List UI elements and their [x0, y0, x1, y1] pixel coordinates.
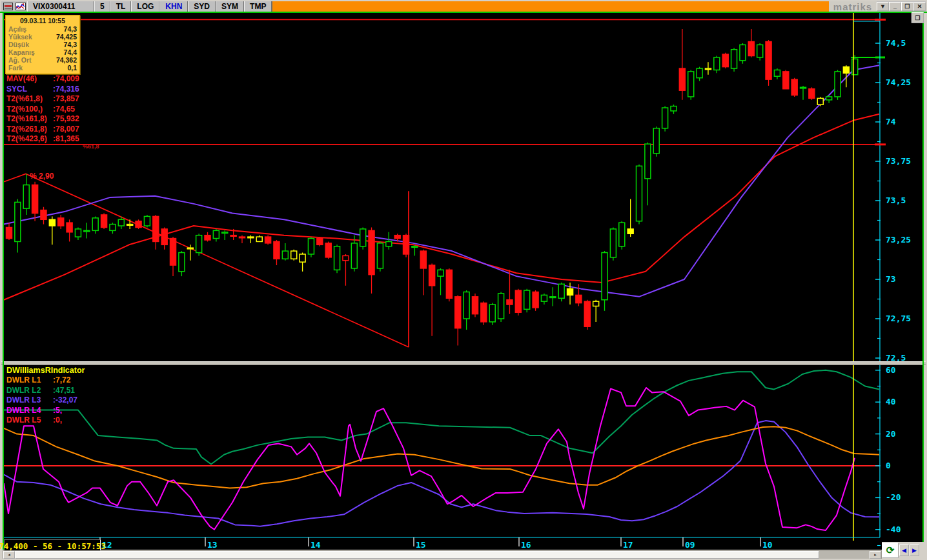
oscillator-tick-label: 0: [886, 461, 891, 470]
oscillator-tick-label: 60: [886, 365, 896, 375]
hour-tick-label: 09: [685, 540, 695, 550]
toolbar-buttons: 5TLLOGKHNSYDSYMTMP: [94, 1, 272, 12]
indicator-row: T2(%100,):74,65: [6, 105, 79, 115]
panel-right-border: [922, 12, 924, 550]
panel-divider[interactable]: [1, 361, 926, 365]
horizontal-scrollbar[interactable]: ◂ ▸: [3, 550, 882, 559]
tooltip-label: Yüksek: [8, 33, 32, 41]
toolbar-button-sym[interactable]: SYM: [216, 1, 244, 12]
minimize-button[interactable]: _: [889, 2, 901, 11]
oscillator-tick-label: 20: [886, 429, 896, 439]
window-buttons: ▼_❐✕: [877, 1, 926, 12]
tooltip-label: Kapanış: [8, 48, 35, 56]
scrollbar-track[interactable]: [819, 551, 870, 559]
indicator-row: DWLR L3:-32,07: [6, 395, 85, 406]
bottom-right-controls: ⟳ ◀ ▶: [882, 542, 927, 559]
brand-logo: matriks: [829, 1, 877, 12]
price-tick-label: 73,25: [886, 235, 911, 245]
price-tick-label: 74,5: [886, 38, 906, 48]
tooltip-row: Fark0,1: [8, 64, 77, 72]
matriks-window: VIX0300411 5TLLOGKHNSYDSYMTMP matriks ▼_…: [0, 0, 927, 560]
indicator-row: DWLR L5:0,: [6, 415, 85, 426]
tooltip-row: Açılış74,3: [8, 25, 77, 33]
indicator-row: T2(%423,6):81,365: [6, 134, 79, 145]
trend-percent-label: % 2,90: [30, 172, 54, 181]
toolbar-button-5[interactable]: 5: [94, 1, 110, 12]
tooltip-datetime: 09.03.11 10:55: [8, 17, 77, 25]
hour-tick-label: 16: [521, 540, 531, 550]
tooltip-row: Düşük74,3: [8, 41, 77, 48]
tooltip-label: Fark: [8, 64, 23, 72]
panel-top-border: [0, 12, 927, 13]
tooltip-value: 74,3: [64, 25, 77, 33]
title-bar: VIX0300411 5TLLOGKHNSYDSYMTMP matriks ▼_…: [1, 1, 926, 12]
page-right-icon[interactable]: ▶: [910, 545, 919, 556]
panel-left-border: [3, 12, 4, 550]
chart-lines-icon[interactable]: [14, 1, 27, 12]
tooltip-label: Düşük: [8, 41, 29, 48]
price-tick-label: 73: [886, 274, 896, 284]
price-tick-label: 74: [886, 117, 896, 126]
child-restore-button[interactable]: ❐: [912, 12, 924, 23]
tooltip-value: 74,425: [56, 33, 77, 41]
upper-indicator-legend: MAV(46):74,009SYCL:74,316T2(%61,8):73,85…: [6, 74, 79, 145]
toolbar-button-khn[interactable]: KHN: [159, 1, 188, 12]
indicator-row: SYCL:74,316: [6, 85, 79, 95]
tooltip-value: 74,4: [64, 48, 77, 56]
indicator-row: T2(%61,8):73,857: [6, 94, 79, 105]
hour-tick-label: 13: [207, 540, 218, 550]
hour-tick-label: 15: [416, 540, 426, 550]
hour-tick-label: 10: [762, 540, 773, 550]
indicator-row: DWLR L4:5,: [6, 406, 85, 416]
indicator-row: MAV(46):74,009: [6, 74, 79, 85]
title-accent-bar: [272, 1, 829, 12]
level-percent-label: %61,8: [83, 143, 99, 150]
refresh-icon[interactable]: ⟳: [882, 543, 899, 558]
price-tick-label: 72,75: [886, 314, 911, 323]
toolbar-button-syd[interactable]: SYD: [188, 1, 216, 12]
hour-tick-label: 17: [623, 540, 633, 550]
indicator-row: DWLR L2:47,51: [6, 386, 85, 396]
chart-canvas[interactable]: [0, 0, 927, 560]
indicator-row: T2(%261,8):78,007: [6, 125, 79, 135]
toolbar-button-log[interactable]: LOG: [131, 1, 159, 12]
oscillator-tick-label: -40: [886, 525, 901, 534]
restore-button[interactable]: ❐: [901, 2, 913, 11]
price-tick-label: 74,25: [886, 77, 911, 87]
tooltip-row: Kapanış74,4: [8, 48, 77, 56]
ohlc-tooltip: 09.03.11 10:55 Açılış74,3Yüksek74,425Düş…: [5, 15, 80, 74]
oscillator-tick-label: -20: [886, 492, 901, 502]
lower-indicator-legend: DWilliamsRIndicator DWLR L1:7,72DWLR L2:…: [6, 365, 85, 426]
page-left-icon[interactable]: ◀: [899, 545, 909, 556]
tooltip-row: Yüksek74,425: [8, 33, 77, 41]
tooltip-label: Açılış: [8, 25, 26, 33]
app-window-icon[interactable]: [1, 1, 14, 12]
toolbar-button-tl[interactable]: TL: [110, 1, 132, 12]
tooltip-value: 74,362: [56, 56, 77, 64]
indicator-row: T2(%161,8):75,932: [6, 114, 79, 125]
tooltip-label: Ağ. Ort: [8, 56, 32, 64]
lower-indicator-title: DWilliamsRIndicator: [6, 365, 85, 375]
hour-tick-label: 14: [311, 540, 321, 550]
tooltip-row: Ağ. Ort74,362: [8, 56, 77, 64]
tooltip-value: 74,3: [64, 41, 77, 48]
scrollbar-thumb[interactable]: [15, 551, 819, 559]
price-tick-label: 73,75: [886, 156, 911, 166]
close-button[interactable]: ✕: [913, 2, 926, 11]
toolbar-button-tmp[interactable]: TMP: [244, 1, 272, 12]
tooltip-value: 0,1: [67, 64, 77, 72]
scroll-right-arrow-icon[interactable]: ▸: [870, 551, 881, 559]
scroll-left-arrow-icon[interactable]: ◂: [3, 551, 15, 559]
symbol-field[interactable]: VIX0300411: [27, 1, 94, 12]
indicator-row: DWLR L1:7,72: [6, 375, 85, 386]
price-tick-label: 73,5: [886, 195, 906, 205]
oscillator-tick-label: 40: [886, 397, 896, 406]
dropdown-button[interactable]: ▼: [877, 2, 889, 11]
